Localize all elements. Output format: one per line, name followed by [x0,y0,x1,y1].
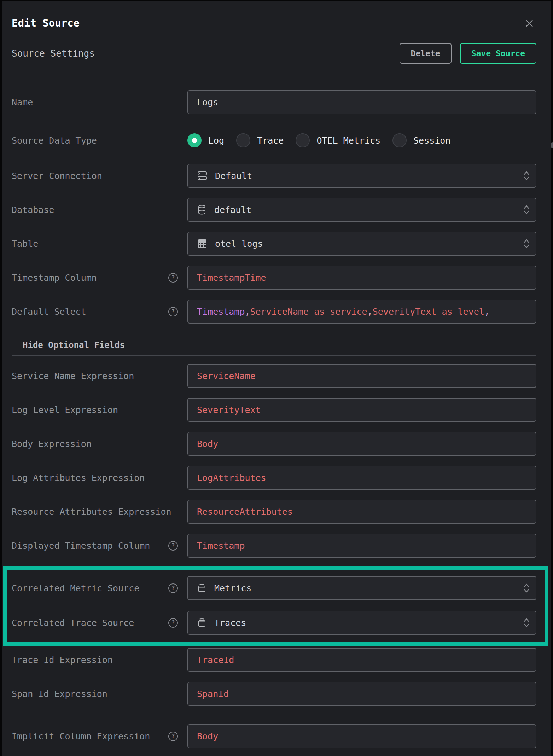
radio-option-trace[interactable]: Trace [236,133,284,147]
help-icon[interactable] [168,307,178,316]
table-icon [197,238,208,249]
displayed-timestamp-column-input[interactable]: Timestamp [187,534,536,558]
correlated-trace-source-value: Traces [214,618,246,628]
log-attributes-expression-input[interactable]: LogAttributes [187,466,536,490]
name-input[interactable]: Logs [187,90,536,114]
span-id-expression-label: Span Id Expression [12,688,178,700]
radio-option-otel-metrics[interactable]: OTEL Metrics [296,133,380,147]
radio-option-session[interactable]: Session [392,133,450,147]
field-row-name: Name Logs [12,90,536,114]
table-label: Table [12,238,178,250]
radio-unselected-icon[interactable] [236,133,250,147]
subheader: Source Settings Delete Save Source [12,43,536,64]
chevron-up-down-icon [523,204,530,216]
correlated-metric-source-value: Metrics [214,583,251,593]
log-attributes-expression-label: Log Attributes Expression [12,472,178,484]
scrollbar-thumb[interactable] [551,142,553,148]
timestamp-column-input[interactable]: TimestampTime [187,266,536,290]
field-row-server-connection: Server Connection Default [12,164,536,188]
body-expression-label: Body Expression [12,438,178,450]
service-name-expression-input[interactable]: ServiceName [187,364,536,388]
field-row-database: Database default [12,198,536,222]
box-icon [197,583,207,593]
default-select-label: Default Select [12,306,168,318]
server-connection-label: Server Connection [12,170,178,182]
chevron-up-down-icon [523,170,530,182]
help-icon[interactable] [168,541,178,551]
help-icon[interactable] [168,583,178,593]
field-row-log-attributes-expression: Log Attributes Expression LogAttributes [12,466,536,490]
resource-attributes-expression-input[interactable]: ResourceAttributes [187,500,536,524]
field-row-correlated-trace-source: Correlated Trace Source Traces [12,611,536,635]
correlated-trace-source-select[interactable]: Traces [187,611,536,635]
help-icon[interactable] [168,732,178,741]
database-label: Database [12,204,178,216]
field-row-body-expression: Body Expression Body [12,432,536,456]
database-value: default [214,205,251,215]
help-icon[interactable] [168,618,178,628]
field-row-span-id-expression: Span Id Expression SpanId [12,682,536,706]
server-connection-select[interactable]: Default [187,164,536,188]
log-level-expression-label: Log Level Expression [12,404,178,416]
body-expression-input[interactable]: Body [187,432,536,456]
sql-token: , [484,307,490,317]
log-level-expression-input[interactable]: SeverityText [187,398,536,422]
field-row-default-select: Default Select Timestamp, ServiceName as… [12,300,536,324]
sql-token: ServiceName as service [250,307,367,317]
table-value: otel_logs [215,239,263,249]
chevron-up-down-icon [523,238,530,250]
divider [12,355,536,356]
field-row-table: Table otel_logs [12,232,536,256]
help-icon[interactable] [168,273,178,283]
span-id-expression-input[interactable]: SpanId [187,682,536,706]
field-row-trace-id-expression: Trace Id Expression TraceId [12,648,536,672]
default-select-input[interactable]: Timestamp, ServiceName as service, Sever… [187,300,536,324]
server-connection-value: Default [215,171,252,181]
field-row-resource-attributes-expression: Resource Attributes Expression ResourceA… [12,500,536,524]
field-row-source-data-type: Source Data Type Log Trace OTEL Metrics … [12,128,536,152]
field-row-timestamp-column: Timestamp Column TimestampTime [12,266,536,290]
source-data-type-radio-group: Log Trace OTEL Metrics Session [187,133,536,147]
sql-token: SeverityText as level [373,307,484,317]
close-icon [524,18,534,28]
hide-optional-fields-toggle[interactable]: Hide Optional Fields [23,341,536,350]
sql-token: , [367,307,373,317]
trace-id-expression-input[interactable]: TraceId [187,648,536,672]
sql-token: Timestamp [197,307,245,317]
header-buttons: Delete Save Source [400,43,536,64]
highlight-box: Correlated Metric Source Metrics [3,566,548,646]
field-row-correlated-metric-source: Correlated Metric Source Metrics [12,576,536,600]
database-select[interactable]: default [187,198,536,222]
source-data-type-label: Source Data Type [12,134,178,147]
field-row-implicit-column-expression: Implicit Column Expression Body [12,724,536,748]
database-icon [197,204,207,215]
field-row-displayed-timestamp-column: Displayed Timestamp Column Timestamp [12,534,536,558]
radio-selected-icon[interactable] [187,133,202,147]
resource-attributes-expression-label: Resource Attributes Expression [12,506,178,518]
chevron-up-down-icon [523,617,530,629]
radio-option-log[interactable]: Log [187,133,224,147]
server-icon [197,170,208,181]
source-settings-form: Name Logs Source Data Type Log Trace OTE… [12,90,536,748]
divider [12,716,536,716]
sql-token: , [245,307,250,317]
page-title: Edit Source [12,17,80,29]
correlated-metric-source-select[interactable]: Metrics [187,576,536,600]
implicit-column-expression-label: Implicit Column Expression [12,730,168,743]
correlated-metric-source-label: Correlated Metric Source [12,582,168,594]
service-name-expression-label: Service Name Expression [12,370,178,382]
save-source-button[interactable]: Save Source [460,43,536,64]
name-label: Name [12,96,178,109]
delete-button[interactable]: Delete [400,43,452,64]
radio-unselected-icon[interactable] [392,133,407,147]
field-row-service-name-expression: Service Name Expression ServiceName [12,364,536,388]
implicit-column-expression-input[interactable]: Body [187,724,536,748]
trace-id-expression-label: Trace Id Expression [12,654,178,666]
radio-unselected-icon[interactable] [296,133,310,147]
correlated-trace-source-label: Correlated Trace Source [12,617,168,629]
section-heading: Source Settings [12,48,95,59]
close-button[interactable] [524,18,534,28]
modal-header: Edit Source [12,1,536,29]
timestamp-column-label: Timestamp Column [12,272,168,284]
table-select[interactable]: otel_logs [187,232,536,256]
